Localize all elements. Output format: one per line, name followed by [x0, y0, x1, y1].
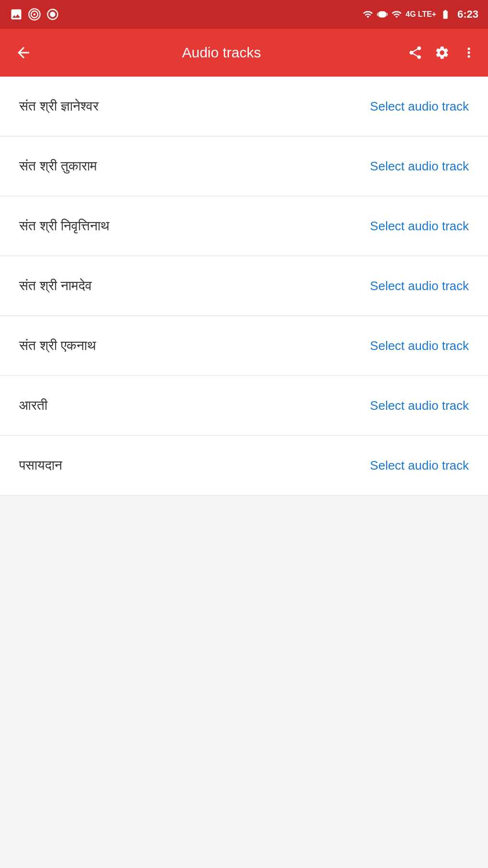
svg-point-2: [33, 13, 36, 16]
list-item-title: पसायदान: [19, 458, 62, 473]
wifi-icon: [363, 9, 373, 20]
share-button[interactable]: [408, 45, 423, 60]
list-item-title: संत श्री नामदेव: [19, 278, 92, 294]
list-item[interactable]: आरतीSelect audio track: [0, 376, 488, 436]
status-bar-right-icons: 4G LTE+ 6:23: [363, 8, 478, 21]
select-audio-track-button[interactable]: Select audio track: [370, 398, 469, 413]
audio-track-list: संत श्री ज्ञानेश्वरSelect audio trackसंत…: [0, 77, 488, 496]
select-audio-track-button[interactable]: Select audio track: [370, 279, 469, 293]
svg-point-4: [50, 11, 55, 17]
circle-icon: [46, 8, 59, 21]
status-bar: 4G LTE+ 6:23: [0, 0, 488, 29]
signal-icon: [391, 9, 402, 20]
select-audio-track-button[interactable]: Select audio track: [370, 458, 469, 473]
list-item-title: संत श्री एकनाथ: [19, 338, 96, 354]
select-audio-track-button[interactable]: Select audio track: [370, 99, 469, 114]
app-bar: Audio tracks: [0, 29, 488, 77]
back-button[interactable]: [11, 41, 35, 65]
select-audio-track-button[interactable]: Select audio track: [370, 159, 469, 174]
list-item[interactable]: संत श्री ज्ञानेश्वरSelect audio track: [0, 77, 488, 136]
settings-button[interactable]: [434, 45, 450, 60]
list-item[interactable]: पसायदानSelect audio track: [0, 436, 488, 496]
more-options-button[interactable]: [461, 45, 477, 60]
list-item-title: संत श्री निवृत्तिनाथ: [19, 218, 109, 234]
vibrate-icon: [377, 9, 388, 20]
list-item-title: संत श्री ज्ञानेश्वर: [19, 99, 99, 114]
select-audio-track-button[interactable]: Select audio track: [370, 338, 469, 353]
list-item-title: आरती: [19, 398, 47, 414]
list-item[interactable]: संत श्री निवृत्तिनाथSelect audio track: [0, 196, 488, 256]
battery-icon: [440, 9, 451, 20]
app-bar-actions: [408, 45, 477, 60]
empty-area: [0, 496, 488, 831]
list-item[interactable]: संत श्री तुकारामSelect audio track: [0, 136, 488, 196]
page-title: Audio tracks: [45, 45, 398, 61]
status-time: 6:23: [457, 8, 478, 21]
list-item-title: संत श्री तुकाराम: [19, 158, 97, 174]
photo-icon: [10, 8, 23, 21]
list-item[interactable]: संत श्री एकनाथSelect audio track: [0, 316, 488, 376]
network-type: 4G LTE+: [406, 10, 436, 19]
status-bar-left-icons: [10, 8, 59, 21]
select-audio-track-button[interactable]: Select audio track: [370, 219, 469, 234]
target-icon: [28, 8, 41, 21]
list-item[interactable]: संत श्री नामदेवSelect audio track: [0, 256, 488, 316]
